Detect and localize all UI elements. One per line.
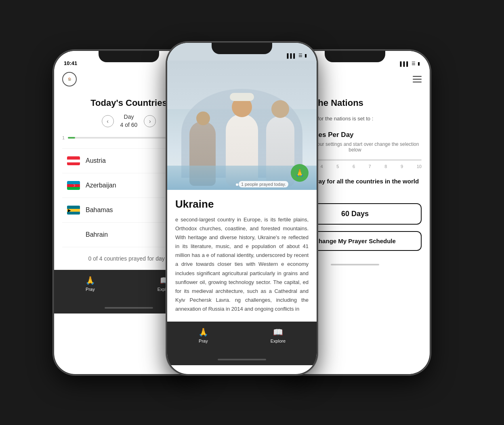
progress-fill <box>68 137 75 139</box>
home-bar-2 <box>218 359 266 360</box>
hamburger-line <box>413 82 422 82</box>
status-icons-2: ▌▌▌ ☰ ▮ <box>287 53 307 58</box>
logo-1[interactable]: 🏠 <box>62 72 77 86</box>
slider-num: 6 <box>353 164 355 169</box>
next-day-button[interactable]: › <box>144 115 156 127</box>
ukraine-title: Ukraine <box>175 198 309 210</box>
signal-icon-3: ▌▌▌ <box>400 61 410 66</box>
country-name-azerbaijan: Azerbaijan <box>86 182 172 189</box>
slider-num: 10 <box>417 164 422 169</box>
bottom-nav-2: 🙏 Pray 📖 Explore <box>167 322 317 354</box>
flag-austria <box>67 156 80 165</box>
prev-day-button[interactable]: ‹ <box>102 115 114 127</box>
home-bar-1 <box>105 307 153 309</box>
notch-3 <box>325 51 385 62</box>
home-indicator-2 <box>167 354 317 365</box>
day-label: Day 4 of 60 <box>120 113 138 129</box>
battery-icon-2: ▮ <box>304 53 307 58</box>
slider-num: 8 <box>384 164 387 169</box>
flag-bahrain <box>67 230 80 239</box>
phone-2: 10:41 ▌▌▌ ☰ ▮ <box>167 43 317 374</box>
slider-num: 4 <box>320 164 323 169</box>
pray-nav-label-2: Pray <box>199 339 208 343</box>
slider-num: 9 <box>401 164 403 169</box>
pray-badge[interactable]: 🙏 <box>291 164 309 182</box>
dot-1 <box>236 183 238 186</box>
pray-nav-label-1: Pray <box>86 287 95 292</box>
signal-icon-2: ▌▌▌ <box>287 53 296 58</box>
country-name-austria: Austria <box>86 157 172 164</box>
hamburger-3[interactable] <box>413 76 422 82</box>
baptism-scene: 1 people prayed today. 🙏 <box>167 61 317 190</box>
phones-container: 10:41 ▌▌▌ ■■ ▮ 🏠 Tod <box>30 27 474 398</box>
ukraine-content: Ukraine e second-largest country in Euro… <box>167 190 317 322</box>
country-name-bahamas: Bahamas <box>86 206 172 214</box>
explore-nav-icon-2: 📖 <box>273 327 283 337</box>
status-time-1: 10:41 <box>64 60 77 66</box>
nav-explore-2[interactable]: 📖 Explore <box>271 327 286 343</box>
ukraine-description: e second-largest country in Europe, is i… <box>175 215 309 313</box>
status-icons-3: ▌▌▌ ☰ ▮ <box>400 61 420 66</box>
slider-num: 5 <box>336 164 339 169</box>
nav-pray-2[interactable]: 🙏 Pray <box>198 327 208 343</box>
notch-1 <box>99 51 159 62</box>
flag-azerbaijan: ☽ <box>67 181 80 190</box>
nav-pray-1[interactable]: 🙏 Pray <box>85 276 95 292</box>
flag-bahamas: ▶ <box>67 206 80 215</box>
notch-2 <box>212 43 272 54</box>
slider-num: 7 <box>369 164 371 169</box>
hamburger-line <box>413 79 422 80</box>
pray-nav-icon-2: 🙏 <box>198 327 208 337</box>
hamburger-line <box>413 76 422 77</box>
hero-image: 1 people prayed today. 🙏 <box>167 61 317 190</box>
explore-nav-label-2: Explore <box>271 339 286 343</box>
wifi-icon-3: ☰ <box>412 61 416 66</box>
wifi-icon-2: ☰ <box>298 53 302 58</box>
home-bar-3 <box>331 264 379 265</box>
progress-start: 1 <box>62 135 65 140</box>
pray-count-text: 1 people prayed today. <box>239 181 288 187</box>
battery-icon-3: ▮ <box>418 61 420 66</box>
country-name-bahrain: Bahrain <box>86 231 172 238</box>
pray-nav-icon-1: 🙏 <box>85 276 95 285</box>
